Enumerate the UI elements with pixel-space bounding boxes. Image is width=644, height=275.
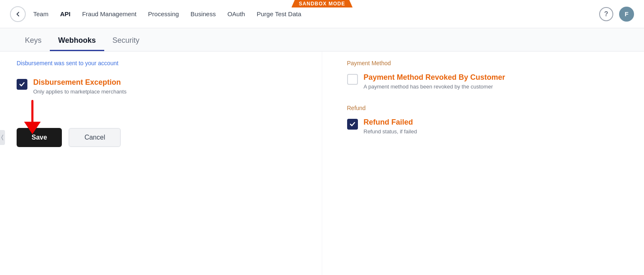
disbursement-exception-info: Disbursement Exception Only applies to m… (33, 78, 127, 95)
nav-processing[interactable]: Processing (148, 10, 179, 17)
nav-business[interactable]: Business (191, 10, 216, 17)
nav-api[interactable]: API (60, 10, 71, 17)
disbursement-exception-checkbox[interactable] (17, 79, 27, 90)
refund-failed-checkbox[interactable] (347, 119, 358, 130)
help-button[interactable]: ? (599, 7, 613, 21)
nav-oauth[interactable]: OAuth (228, 10, 245, 17)
cancel-button[interactable]: Cancel (69, 128, 121, 147)
payment-method-revoked-row: Payment Method Revoked By Customer A pay… (347, 73, 628, 90)
disbursement-exception-row: Disbursement Exception Only applies to m… (17, 78, 305, 95)
refund-failed-row: Refund Failed Refund status, if failed (347, 118, 628, 135)
nav-purge-test-data[interactable]: Purge Test Data (257, 10, 301, 17)
action-buttons: Save Cancel (17, 128, 305, 147)
tab-webhooks[interactable]: Webhooks (50, 36, 104, 51)
refund-failed-info: Refund Failed Refund status, if failed (364, 118, 417, 135)
payment-method-label: Payment Method (347, 60, 628, 66)
nav-fraud-management[interactable]: Fraud Management (82, 10, 137, 17)
sandbox-banner: SANDBOX MODE (291, 0, 353, 7)
left-panel: Disbursement was sent to your account Di… (0, 52, 322, 275)
refund-failed-desc: Refund status, if failed (364, 128, 417, 135)
refund-section: Refund Refund Failed Refund status, if f… (347, 105, 628, 135)
nav-team[interactable]: Team (33, 10, 49, 17)
svg-marker-1 (24, 122, 41, 134)
sidebar-toggle[interactable] (0, 130, 5, 145)
avatar[interactable]: F (619, 7, 634, 22)
disbursement-exception-title: Disbursement Exception (33, 78, 127, 87)
refund-failed-title: Refund Failed (364, 118, 417, 127)
right-panel: Payment Method Payment Method Revoked By… (322, 52, 644, 275)
payment-method-revoked-title: Payment Method Revoked By Customer (364, 73, 505, 82)
payment-method-section: Payment Method Payment Method Revoked By… (347, 60, 628, 90)
main-content: Disbursement was sent to your account Di… (0, 52, 644, 275)
refund-label: Refund (347, 105, 628, 111)
back-button[interactable] (10, 6, 26, 22)
tab-keys[interactable]: Keys (17, 36, 50, 51)
payment-method-revoked-checkbox[interactable] (347, 74, 358, 85)
disbursement-link[interactable]: Disbursement was sent to your account (17, 60, 305, 66)
nav-links: Team API Fraud Management Processing Bus… (33, 10, 599, 17)
payment-method-revoked-desc: A payment method has been revoked by the… (364, 83, 505, 90)
tab-security[interactable]: Security (104, 36, 148, 51)
payment-method-revoked-info: Payment Method Revoked By Customer A pay… (364, 73, 505, 90)
disbursement-exception-desc: Only applies to marketplace merchants (33, 88, 127, 95)
sub-tabs: Keys Webhooks Security (0, 28, 644, 52)
red-arrow-indicator (20, 99, 53, 136)
nav-right: ? F (599, 7, 634, 22)
